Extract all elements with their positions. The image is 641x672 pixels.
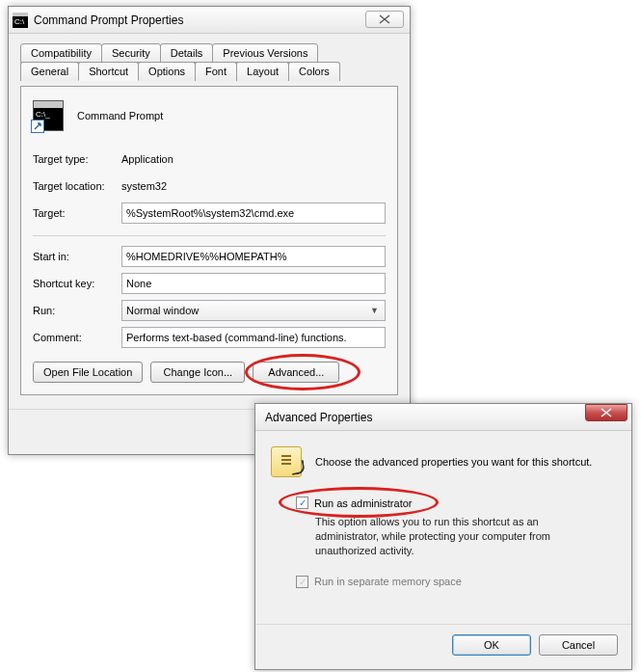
change-icon-button[interactable]: Change Icon... — [150, 362, 245, 383]
shortcut-key-label: Shortcut key: — [33, 278, 121, 289]
separate-memory-checkbox: ✓ — [296, 576, 308, 588]
adv-ok-button[interactable]: OK — [452, 634, 531, 656]
comment-input[interactable] — [121, 327, 386, 348]
startin-label: Start in: — [33, 251, 121, 262]
target-type-value: Application — [121, 153, 174, 165]
open-file-location-button[interactable]: Open File Location — [33, 362, 143, 383]
tab-general[interactable]: General — [20, 62, 79, 81]
close-button[interactable] — [365, 11, 404, 28]
adv-close-button[interactable] — [585, 404, 628, 421]
shortcut-panel: C:\_ Command Prompt Target type: Applica… — [20, 86, 398, 395]
chevron-down-icon: ▼ — [370, 306, 381, 315]
tab-shortcut[interactable]: Shortcut — [78, 62, 139, 81]
run-select[interactable]: Normal window ▼ — [121, 300, 386, 321]
separate-memory-label: Run in separate memory space — [314, 576, 462, 587]
client-area: Compatibility Security Details Previous … — [9, 34, 410, 409]
properties-window: C:\ Command Prompt Properties Compatibil… — [8, 6, 411, 455]
run-select-value: Normal window — [126, 305, 199, 316]
titlebar[interactable]: C:\ Command Prompt Properties — [9, 7, 410, 34]
target-type-label: Target type: — [33, 153, 121, 165]
shortcut-title: Command Prompt — [77, 110, 163, 121]
target-label: Target: — [33, 207, 121, 219]
tab-font[interactable]: Font — [195, 62, 237, 81]
adv-body: Choose the advanced properties you want … — [255, 431, 631, 624]
tab-compatibility[interactable]: Compatibility — [20, 43, 102, 63]
svg-rect-5 — [281, 463, 291, 465]
adv-window-title: Advanced Properties — [259, 411, 628, 424]
window-title: Command Prompt Properties — [34, 13, 406, 27]
svg-rect-4 — [281, 459, 291, 461]
advanced-properties-window: Advanced Properties Choose the advanced … — [254, 403, 632, 670]
run-as-admin-label: Run as administrator — [314, 497, 413, 509]
comment-label: Comment: — [33, 332, 121, 343]
advanced-button[interactable]: Advanced... — [253, 362, 339, 383]
run-as-admin-description: This option allows you to run this short… — [315, 515, 585, 558]
tab-strip: Compatibility Security Details Previous … — [20, 43, 398, 82]
separator — [33, 235, 386, 236]
run-as-admin-checkbox[interactable]: ✓ — [296, 497, 308, 509]
tab-layout[interactable]: Layout — [236, 62, 289, 81]
tab-details[interactable]: Details — [160, 43, 214, 63]
svg-rect-3 — [281, 455, 291, 457]
shortcut-arrow-icon — [31, 120, 44, 133]
cmd-window-icon: C:\ — [13, 13, 28, 28]
tab-options[interactable]: Options — [138, 62, 196, 81]
tab-previous-versions[interactable]: Previous Versions — [212, 43, 318, 63]
adv-cancel-button[interactable]: Cancel — [539, 634, 618, 656]
target-input[interactable] — [121, 202, 386, 224]
target-location-label: Target location: — [33, 180, 121, 192]
run-label: Run: — [33, 305, 121, 316]
svg-rect-1 — [13, 13, 28, 16]
target-location-value: system32 — [121, 180, 167, 192]
shortcut-icon: C:\_ — [33, 100, 64, 131]
shortcut-key-input[interactable] — [121, 273, 386, 294]
adv-titlebar[interactable]: Advanced Properties — [255, 404, 631, 431]
startin-input[interactable] — [121, 246, 386, 267]
tab-colors[interactable]: Colors — [288, 62, 340, 81]
adv-footer: OK Cancel — [255, 624, 631, 669]
adv-heading: Choose the advanced properties you want … — [315, 456, 592, 468]
svg-text:C:\: C:\ — [14, 17, 25, 26]
advanced-properties-icon — [271, 446, 302, 477]
tab-security[interactable]: Security — [101, 43, 161, 63]
